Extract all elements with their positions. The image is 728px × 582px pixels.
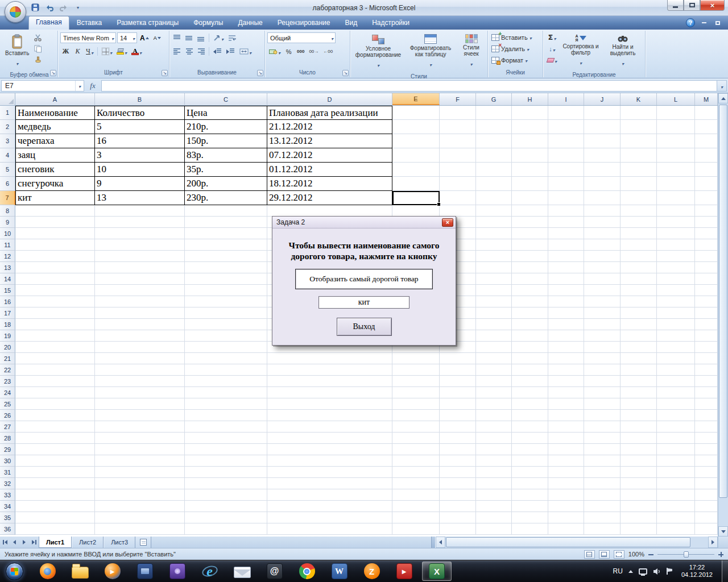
cell-E7[interactable] [392, 191, 440, 205]
cell-G14[interactable] [476, 273, 512, 285]
ribbon-tab-1[interactable]: Вставка [69, 16, 110, 30]
cell-I7[interactable] [548, 191, 584, 205]
cell-F26[interactable] [440, 410, 476, 421]
cell-I33[interactable] [548, 489, 584, 501]
cell-J36[interactable] [584, 523, 621, 535]
cell-H34[interactable] [512, 501, 548, 512]
alignment-dialog-launcher[interactable]: ↘ [257, 70, 263, 76]
cell-D31[interactable] [267, 467, 392, 478]
cell-E6[interactable] [392, 177, 440, 191]
cell-G11[interactable] [476, 239, 512, 251]
cell-B15[interactable] [95, 285, 185, 296]
cell-H7[interactable] [512, 191, 548, 205]
cell-H36[interactable] [512, 523, 548, 535]
cell-G36[interactable] [476, 523, 512, 535]
cell-C14[interactable] [185, 273, 267, 285]
cell-D28[interactable] [267, 433, 392, 444]
font-size-select[interactable]: 14 [117, 32, 137, 43]
cell-J33[interactable] [584, 489, 621, 501]
cell-A11[interactable] [15, 239, 95, 251]
cell-F3[interactable] [440, 134, 476, 148]
sheet-tab-3[interactable]: Лист3 [104, 537, 135, 548]
cell-G32[interactable] [476, 478, 512, 489]
cell-K11[interactable] [621, 239, 657, 251]
taskbar-app-excel[interactable]: X [422, 562, 452, 581]
decrease-decimal-button[interactable]: ←00 [321, 46, 334, 57]
cell-J25[interactable] [584, 398, 621, 410]
column-header-C[interactable]: C [185, 93, 267, 105]
cell-J8[interactable] [584, 205, 621, 217]
cell-K34[interactable] [621, 501, 657, 512]
cell-L18[interactable] [657, 319, 695, 330]
cell-G28[interactable] [476, 433, 512, 444]
row-header-23[interactable]: 23 [0, 376, 15, 387]
undo-button[interactable] [44, 2, 55, 13]
cell-A16[interactable] [15, 296, 95, 307]
cell-G13[interactable] [476, 262, 512, 273]
cell-F23[interactable] [440, 376, 476, 387]
cell-I15[interactable] [548, 285, 584, 296]
row-header-2[interactable]: 2 [0, 120, 15, 134]
cell-K6[interactable] [621, 177, 657, 191]
show-most-expensive-button[interactable]: Отобразить самый дорогой товар [295, 269, 433, 289]
cell-L2[interactable] [657, 120, 695, 134]
ribbon-tab-6[interactable]: Вид [337, 16, 365, 30]
cell-J27[interactable] [584, 421, 621, 433]
page-layout-view-button[interactable] [599, 550, 610, 559]
cell-K33[interactable] [621, 489, 657, 501]
cell-H6[interactable] [512, 177, 548, 191]
cell-A28[interactable] [15, 433, 95, 444]
row-header-33[interactable]: 33 [0, 489, 15, 501]
cell-F6[interactable] [440, 177, 476, 191]
cell-H1[interactable] [512, 106, 548, 120]
cell-J28[interactable] [584, 433, 621, 444]
cell-B14[interactable] [95, 273, 185, 285]
cell-B21[interactable] [95, 353, 185, 364]
cell-B34[interactable] [95, 501, 185, 512]
cell-M24[interactable] [695, 387, 718, 398]
cell-L32[interactable] [657, 478, 695, 489]
cell-A15[interactable] [15, 285, 95, 296]
cell-E2[interactable] [392, 120, 440, 134]
align-bottom-button[interactable] [196, 32, 206, 43]
cell-L27[interactable] [657, 421, 695, 433]
cell-D5[interactable]: 01.12.2012 [267, 163, 392, 177]
cell-K36[interactable] [621, 523, 657, 535]
cell-J6[interactable] [584, 177, 621, 191]
formula-bar-expand-button[interactable] [717, 80, 727, 92]
cell-F4[interactable] [440, 148, 476, 163]
close-button[interactable]: × [700, 0, 725, 11]
insert-worksheet-button[interactable] [135, 537, 151, 548]
qat-customize-button[interactable] [72, 2, 84, 13]
cell-C6[interactable]: 200р. [185, 177, 267, 191]
ribbon-tab-2[interactable]: Разметка страницы [109, 16, 186, 30]
cell-D4[interactable]: 07.12.2012 [267, 148, 392, 163]
row-header-30[interactable]: 30 [0, 455, 15, 467]
cell-A24[interactable] [15, 387, 95, 398]
cell-C16[interactable] [185, 296, 267, 307]
cell-L11[interactable] [657, 239, 695, 251]
cell-M29[interactable] [695, 444, 718, 455]
normal-view-button[interactable] [584, 550, 595, 559]
cell-C8[interactable] [185, 205, 267, 217]
underline-button[interactable]: Ч [84, 46, 95, 57]
cell-J13[interactable] [584, 262, 621, 273]
help-button[interactable]: ? [686, 18, 695, 27]
action-center-icon[interactable] [667, 568, 672, 575]
cell-G15[interactable] [476, 285, 512, 296]
format-painter-button[interactable] [32, 55, 44, 65]
cell-A23[interactable] [15, 376, 95, 387]
cell-H24[interactable] [512, 387, 548, 398]
cell-I4[interactable] [548, 148, 584, 163]
borders-button[interactable] [100, 46, 114, 57]
redo-button[interactable] [58, 2, 69, 13]
cell-C18[interactable] [185, 319, 267, 330]
format-as-table-button[interactable]: Форматировать как таблицу [405, 32, 456, 72]
cell-J22[interactable] [584, 364, 621, 376]
cell-E29[interactable] [392, 444, 440, 455]
cell-G10[interactable] [476, 228, 512, 239]
column-header-G[interactable]: G [476, 93, 512, 105]
cell-F22[interactable] [440, 364, 476, 376]
cell-J5[interactable] [584, 163, 621, 177]
cell-M10[interactable] [695, 228, 718, 239]
